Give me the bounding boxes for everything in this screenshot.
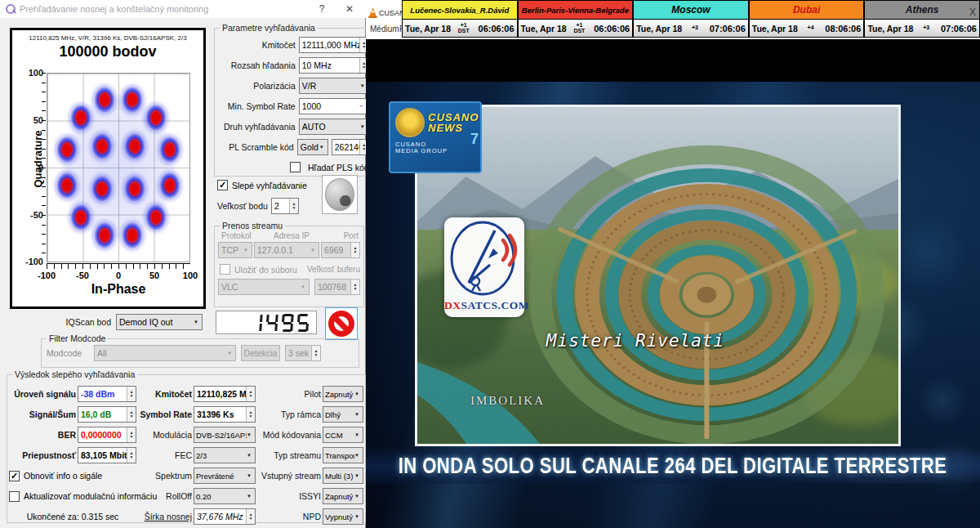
x-tick: -50: [76, 271, 89, 280]
input-stream-dropdown[interactable]: Multi (3): [323, 468, 363, 484]
iqscan-label: IQScan bod: [0, 317, 111, 327]
search-range-spinner[interactable]: 10 MHz▲▼: [299, 57, 369, 74]
magnifier-icon: [6, 4, 16, 14]
y-tick: 100: [16, 68, 43, 78]
search-type-dropdown[interactable]: AUTO: [299, 119, 369, 135]
cusano-emblem-icon: [395, 108, 425, 137]
update-modulation-checkbox[interactable]: ✓: [9, 491, 20, 502]
buffer-size-spinner[interactable]: 100768▲▼: [314, 279, 360, 295]
search-range-label: Rozsah hľadania: [231, 60, 296, 70]
y-tick: -50: [16, 210, 43, 220]
program-caption: Misteri Rivelati: [546, 331, 724, 351]
clock-city-name: Athens: [864, 0, 980, 20]
save-to-file-label: Uložiť do súboru: [234, 265, 297, 275]
clocks-close-button[interactable]: X: [967, 7, 978, 18]
frame-type-dropdown[interactable]: Dlhý: [323, 406, 363, 423]
pl-code-spinner[interactable]: 262140▲▼: [332, 139, 369, 155]
clock-city-name: Lučenec-Slovakia_R.Dávid: [402, 0, 518, 20]
clock-time: 07:06:06: [941, 24, 977, 34]
spectrum-dropdown[interactable]: Prevrátené: [194, 468, 256, 484]
x-tick: 50: [149, 271, 159, 280]
constellation-points: [47, 74, 189, 262]
point-size-spinner[interactable]: 2▲▼: [271, 198, 299, 214]
clock-time-row: Tue, Apr 18 +4 08:06:06: [749, 20, 865, 38]
clock-time: 06:06:06: [479, 24, 514, 34]
clock-offset: +4: [808, 25, 814, 31]
ip-address-dropdown[interactable]: 127.0.0.1: [254, 242, 319, 258]
signal-level-label: Úroveň signálu: [9, 389, 76, 399]
ber-label: BER: [9, 430, 76, 440]
vlc-window-corner: CUSANO Médium P: [366, 0, 402, 39]
iqscan-dropdown[interactable]: Demod IQ out: [116, 314, 203, 330]
clock-city-name: Dubai: [749, 0, 865, 20]
help-button[interactable]: ?: [315, 2, 328, 16]
min-symbolrate-combo[interactable]: 1000: [299, 98, 369, 114]
cusano-seven: 7: [470, 131, 479, 148]
snr-label: Signál/Šum: [9, 409, 76, 419]
letterbox-band: [366, 39, 980, 82]
coding-mode-label: Mód kódovania: [257, 430, 321, 440]
throughput-spinner[interactable]: 83,105 Mbit▲▼: [78, 447, 136, 463]
pl-scramble-dropdown[interactable]: Gold: [297, 139, 328, 155]
clock-time-row: Tue, Apr 18 +3 07:06:06: [633, 20, 749, 38]
carrier-width-spinner[interactable]: 37,676 MHz▲▼: [194, 508, 256, 525]
pilot-dropdown[interactable]: Zapnutý: [323, 386, 363, 402]
snr-spinner[interactable]: 16,0 dB▲▼: [78, 406, 136, 423]
clock-date: Tue, Apr 18: [405, 24, 451, 34]
close-button[interactable]: ✕: [343, 2, 356, 16]
x-tick: 0: [116, 271, 121, 280]
point-size-label: Veľkosť bodu: [217, 201, 268, 211]
coding-mode-dropdown[interactable]: CCM: [323, 427, 363, 443]
polarization-dropdown[interactable]: V/R: [299, 78, 369, 94]
blind-search-results-group: Výsledok slepého vyhľadávania Úroveň sig…: [7, 369, 366, 523]
clock-time: 06:06:06: [594, 24, 630, 34]
save-to-file-checkbox[interactable]: ✓: [220, 264, 230, 275]
clock-offset: +1DST: [458, 23, 470, 34]
result-frequency-spinner[interactable]: 12110,825 MH▲▼: [194, 386, 256, 402]
cusano-sub: MEDIA GROUP: [395, 148, 477, 154]
ber-spinner[interactable]: 0,0000000▲▼: [78, 427, 136, 443]
modulation-label: Modulácia: [138, 430, 192, 440]
plot-title: 100000 bodov: [12, 43, 203, 60]
iq-plot-area: [47, 73, 190, 262]
carrier-width-label[interactable]: Šírka nosnej: [138, 512, 192, 521]
clock-time: 08:06:06: [825, 24, 861, 34]
clock-panel-moscow: Moscow Tue, Apr 18 +3 07:06:06: [633, 0, 749, 39]
player-dropdown[interactable]: VLC: [218, 279, 310, 295]
vlc-menu-media[interactable]: Médium: [370, 25, 399, 34]
port-header: Port: [326, 231, 359, 240]
point-size-row: Veľkosť bodu 2▲▼: [217, 198, 299, 214]
find-pls-checkbox[interactable]: ✓: [290, 162, 301, 172]
frequency-spinner[interactable]: 12111,000 MHz▲▼: [299, 37, 369, 53]
stream-type-label: Typ streamu: [257, 450, 321, 460]
globe-thumbnail: [322, 175, 358, 214]
results-legend: Výsledok slepého vyhľadávania: [12, 369, 137, 379]
blind-search-label: Slepé vyhľadávanie: [232, 181, 307, 190]
port-spinner[interactable]: 6969▲▼: [321, 242, 360, 258]
finished-time-text: Ukončené za: 0.315 sec: [9, 512, 136, 521]
throughput-label: Priepustnosť: [9, 450, 76, 460]
refresh-info-checkbox[interactable]: ✓: [9, 471, 20, 481]
symbolrate-spinner[interactable]: 31396 Ks▲▼: [194, 406, 256, 423]
channel-banner: IN ONDA SOLO SUL CANALE 264 DEL DIGITALE…: [366, 448, 980, 484]
update-modulation-label: Aktualizovať modulačnú informáciu: [24, 491, 157, 501]
clock-city-name: Moscow: [633, 0, 749, 20]
modcode-dropdown[interactable]: All: [94, 345, 236, 361]
search-parameters-legend: Parametre vyhľadávania: [220, 23, 318, 33]
blind-search-checkbox[interactable]: ✓: [217, 180, 228, 190]
stream-type-dropdown[interactable]: Transport: [323, 447, 363, 463]
ip-header: Adresa IP: [257, 231, 326, 240]
frame-type-label: Typ rámca: [257, 409, 321, 419]
y-axis-ticks: [42, 73, 46, 262]
signal-level-spinner[interactable]: -38 dBm▲▼: [78, 386, 136, 402]
input-stream-label: Vstupný stream: [257, 471, 321, 481]
modulation-dropdown[interactable]: DVB-S2/16APSK: [194, 427, 256, 443]
issyi-dropdown[interactable]: Zapnutý: [323, 488, 363, 504]
rolloff-dropdown[interactable]: 0.20: [194, 488, 256, 504]
npd-dropdown[interactable]: Vypnutý: [323, 508, 363, 525]
detection-button[interactable]: Detekcia: [241, 345, 280, 361]
detection-interval-spinner[interactable]: 3 sek▲▼: [285, 345, 321, 361]
search-type-label: Druh vyhľadávania: [224, 122, 296, 132]
fec-dropdown[interactable]: 2/3: [194, 447, 256, 463]
protocol-dropdown[interactable]: TCP: [218, 242, 252, 258]
